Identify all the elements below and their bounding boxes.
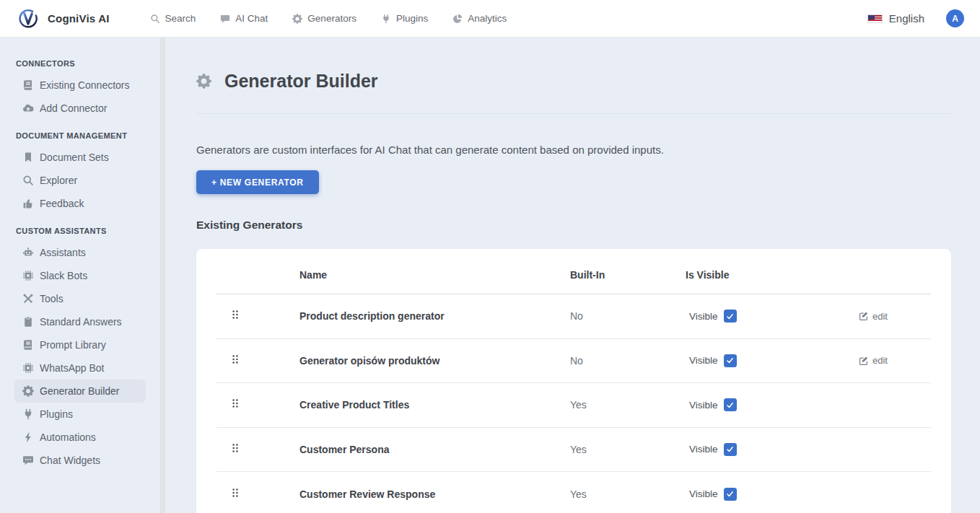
built-in-value: Yes xyxy=(570,444,686,455)
sidebar-item-prompt-library[interactable]: Prompt Library xyxy=(14,333,146,356)
sidebar-section: DOCUMENT MANAGEMENT Document Sets Explor… xyxy=(14,131,146,215)
drag-handle-icon[interactable] xyxy=(229,309,241,320)
check-icon xyxy=(725,400,735,410)
built-in-value: Yes xyxy=(570,488,686,500)
sidebar-item-label: Standard Answers xyxy=(40,316,122,328)
brand[interactable]: CogniVis AI xyxy=(17,8,110,30)
sidebar-sections: CONNECTORS Existing Connectors Add Conne… xyxy=(14,59,146,472)
visible-label: Visible xyxy=(689,444,718,455)
sidebar-item-existing-connectors[interactable]: Existing Connectors xyxy=(14,74,146,97)
table-row: Product description generator No Visible… xyxy=(216,294,931,339)
sidebar-item-whatsapp-bot[interactable]: WhatsApp Bot xyxy=(14,356,146,380)
sidebar-item-add-connector[interactable]: Add Connector xyxy=(14,97,146,120)
sidebar-item-chat-widgets[interactable]: Chat Widgets xyxy=(14,449,146,472)
book-icon xyxy=(22,339,34,351)
visible-label: Visible xyxy=(689,311,718,322)
column-header-built-in: Built-In xyxy=(570,269,686,281)
sidebar-item-automations[interactable]: Automations xyxy=(14,426,146,449)
table-row: Generator opisów produktów No Visible ed… xyxy=(216,339,931,384)
column-header-name: Name xyxy=(299,269,570,281)
sidebar-item-standard-answers[interactable]: Standard Answers xyxy=(14,310,146,333)
table-row: Customer Persona Yes Visible xyxy=(216,428,931,473)
visible-checkbox[interactable] xyxy=(724,398,737,411)
edit-icon xyxy=(859,311,869,321)
topnav-item-label: AI Chat xyxy=(235,13,268,24)
thumbs-up-icon xyxy=(22,198,34,209)
drag-handle-icon[interactable] xyxy=(229,487,241,499)
sidebar-scrollbar[interactable] xyxy=(160,38,165,513)
sidebar-item-plugins[interactable]: Plugins xyxy=(14,403,146,426)
topnav-item-plugins[interactable]: Plugins xyxy=(380,9,429,28)
check-icon xyxy=(725,312,735,321)
visible-checkbox[interactable] xyxy=(724,488,737,501)
topnav-item-label: Generators xyxy=(307,13,356,24)
topnav-item-label: Plugins xyxy=(396,13,428,24)
sidebar-item-label: Add Connector xyxy=(40,102,107,114)
edit-link[interactable]: edit xyxy=(872,311,888,322)
search-icon xyxy=(22,175,34,186)
sidebar-item-slack-bots[interactable]: Slack Bots xyxy=(14,264,146,287)
visible-checkbox[interactable] xyxy=(724,354,737,367)
tools-icon xyxy=(22,293,34,304)
check-icon xyxy=(725,444,735,454)
column-header-is-visible: Is Visible xyxy=(686,269,859,281)
sidebar-item-label: Existing Connectors xyxy=(40,79,130,91)
chip-icon xyxy=(22,270,34,281)
sidebar-item-document-sets[interactable]: Document Sets xyxy=(14,146,146,169)
visible-label: Visible xyxy=(689,488,718,499)
sidebar-section: CUSTOM ASSISTANTS Assistants Slack Bots … xyxy=(14,227,146,472)
drag-handle-icon[interactable] xyxy=(229,442,241,454)
language-label: English xyxy=(889,12,924,25)
bookmark-icon xyxy=(22,152,34,163)
topnav-item-analytics[interactable]: Analytics xyxy=(451,9,508,28)
sidebar-item-label: Assistants xyxy=(40,247,86,258)
check-icon xyxy=(725,489,735,499)
topnav-item-ai-chat[interactable]: AI Chat xyxy=(219,9,269,28)
new-generator-button[interactable]: + NEW GENERATOR xyxy=(196,170,319,194)
topnav-item-generators[interactable]: Generators xyxy=(291,9,358,28)
generator-name: Creative Product Titles xyxy=(299,399,570,411)
sidebar-section-title: DOCUMENT MANAGEMENT xyxy=(16,131,146,140)
sidebar-item-label: Prompt Library xyxy=(40,339,106,351)
generator-name: Generator opisów produktów xyxy=(299,355,570,367)
gear-icon xyxy=(196,74,211,89)
gear-icon xyxy=(292,14,302,24)
book-icon xyxy=(22,79,34,91)
sidebar-item-label: Plugins xyxy=(40,408,73,420)
chip-icon xyxy=(22,362,34,374)
generators-card: Name Built-In Is Visible Product descrip… xyxy=(196,249,951,513)
drag-handle-icon[interactable] xyxy=(229,354,241,365)
sidebar-section-title: CUSTOM ASSISTANTS xyxy=(16,227,146,235)
drag-handle-icon[interactable] xyxy=(229,398,241,409)
top-nav: Search AI Chat Generators Plugins Analyt… xyxy=(149,9,509,28)
edit-link[interactable]: edit xyxy=(872,355,888,366)
visible-checkbox[interactable] xyxy=(724,443,737,456)
visible-label: Visible xyxy=(689,400,718,411)
sidebar: CONNECTORS Existing Connectors Add Conne… xyxy=(0,38,165,513)
sidebar-item-explorer[interactable]: Explorer xyxy=(14,169,146,192)
topnav-item-search[interactable]: Search xyxy=(149,9,198,28)
brand-name: CogniVis AI xyxy=(48,12,110,25)
sidebar-item-assistants[interactable]: Assistants xyxy=(14,241,146,264)
built-in-value: Yes xyxy=(570,399,686,411)
robot-icon xyxy=(22,247,34,258)
sidebar-item-tools[interactable]: Tools xyxy=(14,287,146,310)
user-avatar[interactable]: A xyxy=(946,9,964,27)
topnav-item-label: Analytics xyxy=(468,13,507,24)
table-row: Customer Review Response Yes Visible xyxy=(216,472,931,513)
sidebar-item-label: Generator Builder xyxy=(40,385,120,397)
sidebar-item-label: Chat Widgets xyxy=(40,455,100,466)
visible-checkbox[interactable] xyxy=(724,310,737,323)
top-navigation-bar: CogniVis AI Search AI Chat Generators Pl… xyxy=(0,0,980,38)
existing-generators-heading: Existing Generators xyxy=(196,219,951,232)
topbar-right: English A xyxy=(867,9,968,27)
sidebar-item-generator-builder[interactable]: Generator Builder xyxy=(14,380,146,403)
clipboard-icon xyxy=(22,316,34,328)
plug-icon xyxy=(381,14,391,24)
sidebar-item-feedback[interactable]: Feedback xyxy=(14,192,146,215)
language-selector[interactable]: English xyxy=(867,12,924,25)
us-flag-icon xyxy=(867,14,883,23)
visible-label: Visible xyxy=(689,355,718,366)
chat-icon xyxy=(220,14,230,24)
sidebar-item-label: Document Sets xyxy=(40,152,109,163)
